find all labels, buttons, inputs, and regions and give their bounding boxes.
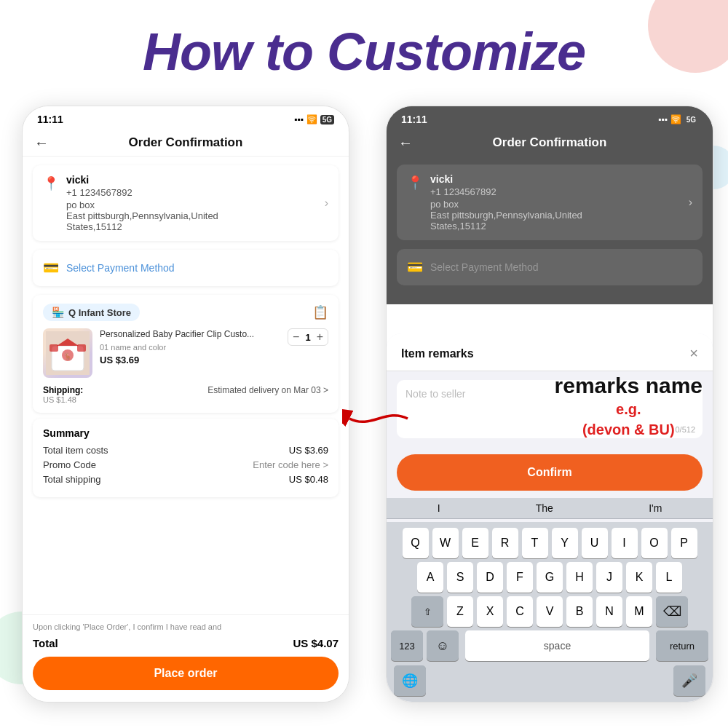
- globe-key[interactable]: 🌐: [394, 665, 426, 696]
- payment-block-left[interactable]: 💳 Select Payment Method: [33, 250, 339, 286]
- key-n[interactable]: N: [596, 596, 622, 627]
- dark-address-block[interactable]: 📍 vicki +1 1234567892 po box East pittsb…: [397, 165, 703, 240]
- qty-plus-button[interactable]: +: [317, 331, 323, 344]
- qty-minus-button[interactable]: −: [293, 331, 299, 344]
- signal-icon-right: ▪▪▪: [658, 114, 668, 124]
- key-z[interactable]: Z: [447, 596, 473, 627]
- key-e[interactable]: E: [462, 528, 488, 558]
- total-shipping-value: US $0.48: [289, 474, 328, 485]
- delete-key[interactable]: ⌫: [656, 596, 688, 627]
- shipping-cost: US $1.48: [43, 395, 83, 404]
- suggestion-im[interactable]: I'm: [649, 502, 662, 514]
- key-v[interactable]: V: [537, 596, 563, 627]
- payment-icon: 💳: [43, 260, 59, 276]
- status-icons-right: ▪▪▪ 🛜 5G: [658, 114, 698, 124]
- emoji-key[interactable]: ☺: [427, 630, 459, 661]
- dark-address-line2: East pittsburgh,Pennsylvania,United: [430, 210, 582, 221]
- key-p[interactable]: P: [671, 528, 697, 558]
- key-q[interactable]: Q: [403, 528, 429, 558]
- key-d[interactable]: D: [477, 562, 503, 593]
- qty-number: 1: [305, 332, 310, 343]
- product-img-inner: 🦌: [43, 328, 92, 378]
- annotation-remarks: remarks name: [555, 373, 703, 399]
- key-i[interactable]: I: [612, 528, 638, 558]
- popup-header: Item remarks ×: [387, 333, 713, 371]
- address-line3: States,15112: [66, 221, 328, 232]
- product-qty[interactable]: − 1 +: [288, 328, 328, 346]
- space-key[interactable]: space: [465, 630, 649, 661]
- address-line2: East pittsburgh,Pennsylvania,United: [66, 210, 328, 221]
- place-order-button[interactable]: Place order: [33, 657, 339, 690]
- key-k[interactable]: K: [626, 562, 652, 593]
- phone-right: 11:11 ▪▪▪ 🛜 5G ← Order Confirmation 📍 vi…: [386, 106, 713, 703]
- keyboard-suggestions: I The I'm: [387, 498, 713, 519]
- dark-header: 11:11 ▪▪▪ 🛜 5G ← Order Confirmation 📍 vi…: [387, 106, 713, 304]
- key-c[interactable]: C: [507, 596, 533, 627]
- dark-payment-block[interactable]: 💳 Select Payment Method: [397, 249, 703, 285]
- dark-payment-label: Select Payment Method: [430, 261, 539, 273]
- key-y[interactable]: Y: [552, 528, 578, 558]
- annotation-eg: e.g.: [555, 399, 703, 419]
- keyboard-row-1: Q W E R T Y U I O P: [389, 528, 710, 558]
- location-icon-right: 📍: [407, 175, 423, 191]
- shift-key[interactable]: ⇧: [411, 596, 443, 627]
- back-button-left[interactable]: ←: [34, 135, 49, 151]
- shipping-delivery: Estimated delivery on Mar 03 >: [207, 385, 328, 404]
- key-r[interactable]: R: [492, 528, 518, 558]
- mic-key[interactable]: 🎤: [673, 665, 705, 696]
- key-g[interactable]: G: [537, 562, 563, 593]
- svg-text:🦌: 🦌: [63, 352, 73, 361]
- total-shipping-label: Total shipping: [43, 474, 101, 485]
- keyboard: Q W E R T Y U I O P A S D F G H J K: [387, 522, 713, 702]
- nav-header-right: ← Order Confirmation: [387, 130, 713, 156]
- popup-title: Item remarks: [401, 347, 474, 360]
- store-icon: 🏪: [52, 306, 64, 318]
- promo-value[interactable]: Enter code here >: [253, 459, 328, 470]
- key-o[interactable]: O: [641, 528, 668, 558]
- annotation-example: (devon & BU): [555, 419, 703, 440]
- summary-row-items: Total item costs US $3.69: [43, 445, 328, 456]
- wifi-icon-right: 🛜: [670, 114, 681, 124]
- suggestion-i[interactable]: I: [438, 502, 440, 514]
- network-badge-right: 5G: [684, 115, 698, 124]
- dark-address-text: vicki +1 1234567892 po box East pittsbur…: [430, 173, 582, 232]
- key-b[interactable]: B: [566, 596, 593, 627]
- key-j[interactable]: J: [596, 562, 622, 593]
- status-icons-left: ▪▪▪ 🛜 5G: [294, 114, 334, 124]
- location-icon-left: 📍: [43, 175, 59, 191]
- product-name: Personalized Baby Pacifier Clip Custo...: [100, 328, 280, 341]
- summary-block: Summary Total item costs US $3.69 Promo …: [33, 419, 339, 497]
- dark-address-phone: +1 1234567892: [430, 186, 582, 197]
- return-key[interactable]: return: [656, 630, 708, 661]
- keyboard-icons-row: 🌐 🎤: [389, 661, 710, 697]
- key-h[interactable]: H: [566, 562, 593, 593]
- key-m[interactable]: M: [626, 596, 652, 627]
- summary-row-promo: Promo Code Enter code here >: [43, 459, 328, 470]
- dark-address-line3: States,15112: [430, 221, 582, 232]
- total-amount: US $4.07: [293, 637, 339, 649]
- key-f[interactable]: F: [507, 562, 533, 593]
- store-name: Q Infant Store: [68, 307, 131, 318]
- network-badge: 5G: [320, 115, 334, 124]
- key-a[interactable]: A: [417, 562, 443, 593]
- suggestion-the[interactable]: The: [536, 502, 553, 514]
- key-u[interactable]: U: [582, 528, 608, 558]
- popup-close-button[interactable]: ×: [689, 345, 698, 362]
- key-x[interactable]: X: [477, 596, 503, 627]
- note-icon[interactable]: 📋: [312, 304, 328, 320]
- red-arrow: [342, 404, 415, 433]
- page-title: How to Customize: [0, 22, 728, 82]
- numbers-key[interactable]: 123: [391, 630, 423, 661]
- product-row: 🦌 Personalized Baby Pacifier Clip Custo.…: [43, 328, 328, 378]
- status-bar-left: 11:11 ▪▪▪ 🛜 5G: [23, 106, 349, 130]
- store-header: 🏪 Q Infant Store 📋: [43, 304, 328, 321]
- key-t[interactable]: T: [522, 528, 548, 558]
- nav-header-left: ← Order Confirmation: [23, 130, 349, 157]
- key-s[interactable]: S: [447, 562, 473, 593]
- back-button-right[interactable]: ←: [398, 135, 413, 151]
- key-l[interactable]: L: [656, 562, 682, 593]
- confirm-button[interactable]: Confirm: [397, 454, 703, 491]
- store-name-pill[interactable]: 🏪 Q Infant Store: [43, 304, 140, 321]
- key-w[interactable]: W: [432, 528, 459, 558]
- address-block-left[interactable]: 📍 vicki +1 1234567892 po box East pittsb…: [33, 165, 339, 241]
